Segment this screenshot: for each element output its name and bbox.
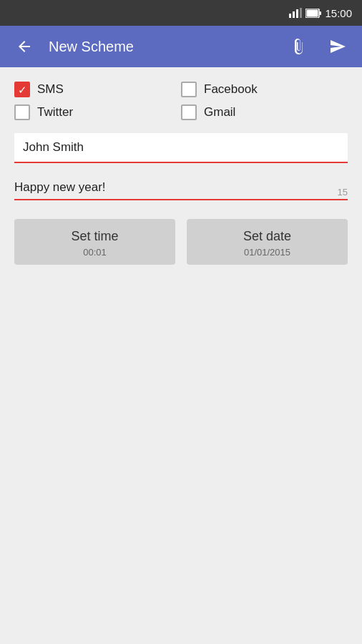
name-input[interactable] [14,133,348,162]
set-time-label: Set time [71,229,118,244]
status-bar: 15:00 [0,0,362,26]
main-content: ✓ SMS Facebook Twitter Gmail 15 Set time [0,67,362,644]
set-date-label: Set date [243,229,291,244]
checkbox-gmail[interactable]: Gmail [181,104,348,120]
back-arrow-icon [16,38,33,55]
char-count: 15 [338,187,348,197]
gmail-checkbox-box[interactable] [181,104,197,120]
set-date-button[interactable]: Set date 01/01/2015 [187,219,348,265]
send-icon [329,38,346,55]
twitter-checkbox-box[interactable] [14,104,30,120]
checkbox-sms[interactable]: ✓ SMS [14,82,181,97]
facebook-label: Facebook [204,82,258,97]
svg-rect-3 [300,8,302,18]
set-date-value: 01/01/2015 [244,247,290,258]
svg-rect-2 [296,9,298,18]
name-input-container [14,133,348,163]
battery-icon [305,9,321,18]
sms-label: SMS [37,82,64,97]
status-time: 15:00 [325,7,352,19]
message-input[interactable] [14,176,348,200]
set-time-value: 00:01 [83,247,107,258]
facebook-checkbox-box[interactable] [181,82,197,97]
sms-check-icon: ✓ [18,84,27,95]
app-bar-actions [286,34,351,59]
buttons-row: Set time 00:01 Set date 01/01/2015 [14,219,348,265]
gmail-label: Gmail [204,105,235,119]
send-button[interactable] [325,34,351,59]
back-button[interactable] [11,34,37,59]
app-bar: New Scheme [0,26,362,67]
page-title: New Scheme [49,39,275,55]
twitter-label: Twitter [37,105,73,119]
svg-rect-6 [307,9,318,16]
svg-rect-1 [293,11,295,18]
signal-icon [289,8,302,18]
svg-rect-5 [320,11,322,15]
sms-checkbox-box[interactable]: ✓ [14,82,30,97]
checkbox-twitter[interactable]: Twitter [14,104,181,120]
svg-rect-0 [289,14,291,18]
attach-button[interactable] [286,34,312,59]
checkbox-facebook[interactable]: Facebook [181,82,348,97]
status-icons: 15:00 [289,7,352,19]
set-time-button[interactable]: Set time 00:01 [14,219,175,265]
attach-icon [290,38,308,55]
message-container: 15 [14,176,348,203]
checkbox-grid: ✓ SMS Facebook Twitter Gmail [14,82,348,120]
